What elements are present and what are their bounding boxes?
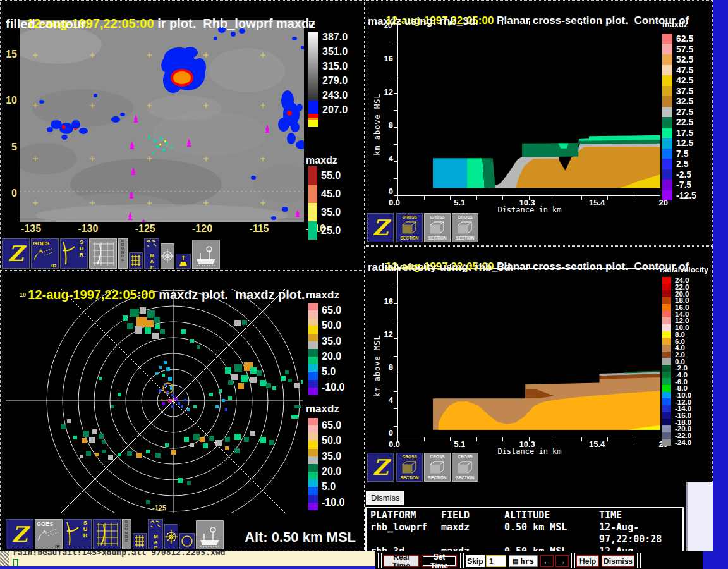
- colorbar-tick: 57.5: [676, 44, 693, 54]
- surveillance-radar-button[interactable]: SUR: [60, 238, 88, 269]
- set-time-button[interactable]: Set Time: [422, 555, 457, 567]
- colorbar-segment: [662, 44, 672, 55]
- ir-sublabel: IR: [32, 263, 58, 269]
- colorbar-segment: [662, 138, 672, 149]
- small-grid-button[interactable]: [129, 252, 143, 269]
- xsec1-colorbar: 62.5 57.5 52.5 47.5 42.5 37.5 32.5: [662, 34, 696, 200]
- sur-label: SUR: [78, 239, 85, 258]
- bounds-button[interactable]: BOUNDS: [122, 519, 131, 549]
- cross-section-button[interactable]: CROSS SECTION: [452, 453, 478, 482]
- radar-grid-button[interactable]: [89, 238, 117, 269]
- cross-section-button-active[interactable]: CROSS SECTION: [396, 453, 423, 482]
- cross-label: CROSS: [430, 455, 444, 459]
- colorbar-tick: 12.5: [676, 138, 693, 148]
- colorbar-tick: -10.0: [322, 494, 344, 510]
- colorbar-segment: [662, 86, 672, 97]
- map-button[interactable]: MAP: [144, 238, 159, 269]
- radar-grid-button[interactable]: [93, 519, 121, 549]
- cube-icon: [401, 221, 418, 235]
- compass-rose-icon: [165, 525, 178, 549]
- longitude-tick: -115: [249, 223, 269, 235]
- hrs-doc-icon: ▤: [513, 558, 518, 565]
- altitude-cell: 0.50 km MSL: [504, 522, 599, 546]
- compass-rose-button[interactable]: [164, 524, 178, 549]
- radar-ppi-display[interactable]: 0<-12-0: [6, 289, 303, 513]
- cross-section-button[interactable]: CROSS SECTION: [424, 213, 451, 242]
- grid-icon: [133, 534, 146, 549]
- cube-icon: [457, 221, 473, 235]
- y-tick-label: 12: [384, 329, 393, 339]
- cube-icon: [401, 460, 418, 474]
- skip-value-input[interactable]: [486, 555, 506, 567]
- maxdz-contour-plot[interactable]: [398, 25, 660, 195]
- cross-section-button-active[interactable]: CROSS SECTION: [396, 213, 423, 242]
- sur-label: SUR: [82, 520, 88, 539]
- bottom-blue-edge: [0, 566, 377, 569]
- grid-icon: [130, 253, 142, 268]
- y-tick-label: 16: [384, 54, 393, 63]
- x-tick-label: 5.1: [454, 439, 465, 449]
- ir-colorbar-tick: 279.0: [322, 73, 348, 88]
- goes-ir-button[interactable]: GOES IR: [31, 238, 59, 269]
- help-button[interactable]: Help: [576, 555, 599, 567]
- zebra-logo-button[interactable]: Z: [6, 519, 33, 549]
- colorbar-tick: -2.5: [676, 169, 691, 180]
- hrs-button[interactable]: ▤hrs: [509, 555, 538, 567]
- zebra-logo-button[interactable]: Z: [2, 238, 30, 269]
- map-fragments-icon: [149, 520, 162, 531]
- radar-timestamp: 12-aug-1997,22:05:00: [28, 288, 155, 302]
- colorbar-tick: 25.0: [321, 225, 341, 236]
- radar-antenna-icon: [61, 239, 77, 267]
- status-row: rhb_lowprf maxdz 0.50 km MSL 12-Aug-97,2…: [367, 522, 682, 546]
- x-axis-title: Distance in km: [473, 447, 586, 456]
- circle-overlay-button[interactable]: [179, 533, 195, 549]
- terminal-prompt-line: rain:beaufait:145>xdump.all 970812.2205.…: [13, 551, 226, 557]
- small-grid-button[interactable]: [133, 533, 147, 549]
- cross-section-button[interactable]: CROSS SECTION: [424, 453, 451, 482]
- hrs-label: hrs: [520, 557, 534, 566]
- platform-cell: rhb_lowprf: [370, 522, 441, 546]
- control-dismiss-button[interactable]: Dismiss: [602, 555, 634, 567]
- zebra-logo-button[interactable]: Z: [367, 453, 394, 482]
- ir-colorbar-tick: 207.0: [322, 102, 348, 117]
- ship-button[interactable]: [192, 240, 220, 269]
- map-button[interactable]: MAP: [148, 519, 163, 549]
- colorbar-tick: 35.0: [322, 334, 344, 349]
- buoy-button[interactable]: [176, 254, 191, 269]
- satellite-ir-image[interactable]: [20, 20, 304, 222]
- cross-label: CROSS: [458, 455, 472, 459]
- colorbar-tick: 35.0: [322, 449, 344, 464]
- cross-section-button[interactable]: CROSS SECTION: [452, 213, 478, 242]
- ship-icon: [197, 521, 223, 549]
- goes-ir-button[interactable]: GOES IR: [35, 519, 63, 549]
- bounds-button[interactable]: BOUNDS: [118, 238, 128, 269]
- zebra-z-glyph: Z: [8, 241, 24, 266]
- ir-colorbar: [308, 32, 318, 127]
- colorbar-segment: [662, 425, 671, 432]
- zebra-z-glyph: Z: [373, 455, 389, 480]
- radialvelocity-contour-plot[interactable]: [398, 268, 660, 437]
- ship-button[interactable]: [196, 520, 224, 549]
- step-back-button[interactable]: ←: [540, 555, 554, 567]
- surveillance-radar-button[interactable]: SUR: [64, 519, 92, 549]
- radar-colorbar1: [308, 303, 318, 395]
- cube-icon: [457, 460, 473, 474]
- cube-icon: [429, 460, 446, 474]
- colorbar-tick: 32.5: [676, 96, 693, 106]
- y-tick-label: 8: [389, 120, 393, 130]
- separator: [378, 553, 382, 568]
- latitude-tick: 10: [6, 95, 17, 106]
- step-forward-button[interactable]: →: [555, 555, 569, 567]
- longitude-tick: -125: [135, 223, 155, 235]
- real-time-button[interactable]: Real Time: [384, 555, 419, 567]
- zebra-logo-button[interactable]: Z: [367, 213, 394, 242]
- goes-label: GOES: [35, 520, 62, 527]
- status-header-cell: FIELD: [441, 510, 504, 522]
- separator: [571, 553, 575, 568]
- ship-icon: [193, 240, 219, 268]
- status-dismiss-button[interactable]: Dismiss: [366, 491, 404, 505]
- compass-rose-button[interactable]: [161, 243, 174, 269]
- window-scrollbar[interactable]: [686, 482, 713, 551]
- colorbar-tick: 45.0: [321, 188, 341, 200]
- colorbar-segment: [662, 358, 671, 365]
